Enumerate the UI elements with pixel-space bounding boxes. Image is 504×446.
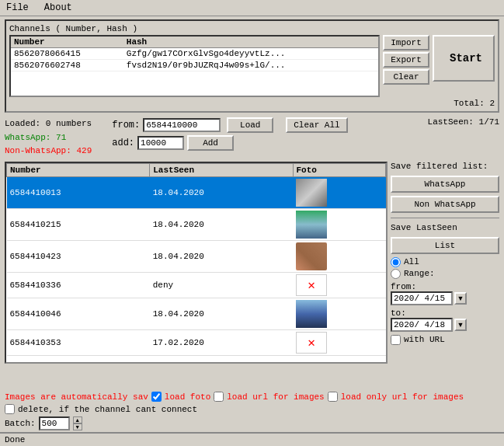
menu-file[interactable]: File: [3, 2, 32, 14]
radio-all-row: All: [391, 257, 499, 267]
col-number-header: Number: [11, 37, 123, 48]
nonwhatsapp-count: Non-WhatsApp: 429: [5, 145, 92, 159]
status-text: Done: [5, 435, 25, 444]
batch-section: Batch: ▲ ▼: [5, 416, 499, 430]
from-input[interactable]: [143, 118, 221, 132]
list-item[interactable]: 6584410215 18.04.2020: [7, 208, 386, 240]
load-url-checkbox[interactable]: [214, 392, 224, 402]
row-foto: ✕: [293, 329, 386, 355]
save-lastseen-label: Save LastSeen: [391, 223, 499, 232]
images-auto-label: Images are automatically sav: [5, 392, 148, 402]
batch-line: delete, if the channel cant connect: [5, 404, 499, 414]
channels-table-wrapper: Number Hash 8562078066415Gzfg/gw17COrxGl…: [9, 35, 380, 97]
row-number: 6584410423: [7, 240, 150, 272]
with-url-label: with URL: [404, 335, 445, 344]
list-item[interactable]: 6584410013 18.04.2020: [7, 176, 386, 208]
channels-buttons: Import Export Clear: [383, 35, 429, 85]
load-only-url-checkbox[interactable]: [328, 392, 338, 402]
radio-all[interactable]: [391, 257, 401, 267]
with-url-checkbox[interactable]: [391, 335, 401, 345]
import-button[interactable]: Import: [383, 35, 429, 51]
table-row: 8562078066415Gzfg/gw17COrxGlvSgo4deyyvtL…: [11, 48, 378, 60]
foto-image: [296, 179, 327, 207]
load-foto-checkbox[interactable]: [151, 392, 162, 402]
list-item[interactable]: 6584410336 deny ✕: [7, 272, 386, 298]
bottom-section: Images are automatically sav load foto l…: [5, 392, 499, 430]
channel-number: 8562078066415: [11, 48, 123, 60]
table-col-lastseen: LastSeen: [150, 163, 293, 176]
row-lastseen: 18.04.2020: [150, 208, 293, 240]
from-date-section: from: ▼: [391, 282, 499, 305]
batch-label: Batch:: [5, 419, 36, 428]
add-input[interactable]: [137, 136, 184, 150]
export-button[interactable]: Export: [383, 52, 429, 68]
loaded-label: Loaded: 0 numbers: [5, 117, 92, 131]
clear-all-button[interactable]: Clear All: [286, 117, 347, 133]
start-button[interactable]: Start: [433, 35, 495, 82]
statusbar: Done: [0, 432, 504, 446]
whatsapp-save-button[interactable]: WhatsApp: [391, 176, 499, 193]
row-lastseen: deny: [150, 272, 293, 298]
row-number: 6584410336: [7, 272, 150, 298]
to-date-row: ▼: [391, 318, 499, 332]
from-date-picker-button[interactable]: ▼: [454, 292, 467, 305]
row-number: 6584410046: [7, 298, 150, 329]
list-button[interactable]: List: [391, 237, 499, 254]
total-count: Total: 2: [9, 99, 495, 108]
row-foto: [293, 176, 386, 208]
images-line: Images are automatically sav load foto l…: [5, 392, 499, 402]
batch-down-button[interactable]: ▼: [73, 423, 82, 430]
to-date-label: to:: [391, 308, 499, 318]
mid-section: Loaded: 0 numbers WhatsApp: 71 Non-Whats…: [5, 117, 499, 159]
table-section: Number LastSeen Foto 6584410013 18.04.20…: [5, 162, 499, 364]
to-date-input[interactable]: [391, 318, 453, 332]
add-row: add: Add: [112, 135, 273, 151]
load-only-url-label: load only url for images: [341, 392, 464, 402]
data-table-wrapper: Number LastSeen Foto 6584410013 18.04.20…: [5, 162, 388, 364]
row-number: 6584410215: [7, 208, 150, 240]
channel-hash: Gzfg/gw17COrxGlvSgo4deyyvtLz...: [123, 48, 378, 60]
delete-checkbox[interactable]: [5, 404, 15, 414]
channels-label: Channels ( Number, Hash ): [9, 24, 495, 33]
list-item[interactable]: 6584410353 17.02.2020 ✕: [7, 329, 386, 355]
non-whatsapp-save-button[interactable]: Non WhatsApp: [391, 196, 499, 213]
list-item[interactable]: 6584410423 18.04.2020: [7, 240, 386, 272]
row-lastseen: 18.04.2020: [150, 240, 293, 272]
batch-up-button[interactable]: ▲: [73, 416, 82, 423]
data-table: Number LastSeen Foto 6584410013 18.04.20…: [6, 163, 386, 356]
foto-image: [296, 300, 327, 328]
add-label: add:: [112, 138, 134, 148]
foto-x-icon: ✕: [296, 274, 327, 296]
menubar: File About: [0, 0, 504, 16]
table-col-foto: Foto: [293, 163, 386, 176]
menu-about[interactable]: About: [41, 2, 75, 14]
channel-hash: fvsd2N19/0r9bJUZRqJ4w09s+lG/...: [123, 60, 378, 71]
add-button[interactable]: Add: [187, 135, 234, 151]
left-info: Loaded: 0 numbers WhatsApp: 71 Non-Whats…: [5, 117, 92, 159]
foto-image: [296, 211, 327, 239]
batch-input[interactable]: [39, 416, 70, 430]
table-col-number: Number: [7, 163, 150, 176]
from-row: from: Load: [112, 117, 273, 133]
to-date-section: to: ▼: [391, 308, 499, 332]
row-foto: [293, 240, 386, 272]
list-item[interactable]: 6584410046 18.04.2020: [7, 298, 386, 329]
radio-group: All Range:: [391, 257, 499, 279]
col-hash-header: Hash: [123, 37, 378, 48]
row-number: 6584410353: [7, 329, 150, 355]
batch-spinner: ▲ ▼: [73, 416, 82, 430]
save-filtered-label: Save filtered list:: [391, 162, 499, 171]
load-url-label: load url for images: [227, 392, 324, 402]
table-row: 8562076602748fvsd2N19/0r9bJUZRqJ4w09s+lG…: [11, 60, 378, 71]
radio-range-label: Range:: [404, 269, 435, 278]
to-date-picker-button[interactable]: ▼: [454, 319, 467, 331]
radio-range[interactable]: [391, 269, 401, 279]
main-content: Channels ( Number, Hash ) Number Hash 85…: [0, 16, 504, 367]
foto-image: [296, 242, 327, 270]
delete-label: delete, if the channel cant connect: [18, 405, 197, 414]
load-button[interactable]: Load: [227, 117, 273, 133]
from-date-input[interactable]: [391, 291, 453, 305]
row-lastseen: 17.02.2020: [150, 329, 293, 355]
clear-button[interactable]: Clear: [383, 69, 429, 85]
row-foto: ✕: [293, 272, 386, 298]
